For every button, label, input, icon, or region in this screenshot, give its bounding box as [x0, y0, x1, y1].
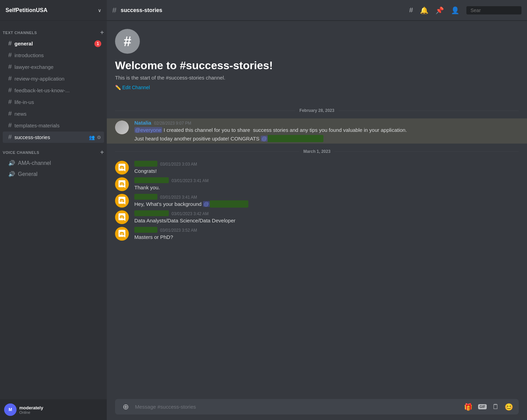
message-header-natalia: Natalia 02/28/2023 9:07 PM	[134, 120, 519, 126]
message-header-2: 03/01/2023 3:41 AM	[134, 177, 519, 183]
add-member-icon[interactable]: 👥	[89, 135, 95, 140]
sticker-icon[interactable]: 🗒	[492, 403, 499, 411]
channel-name-success-stories: success-stories	[14, 134, 89, 140]
message-content-2: 03/01/2023 3:41 AM Thank you.	[134, 177, 519, 191]
sidebar-item-voice-general[interactable]: 🔊 General	[3, 169, 104, 179]
divider-line	[115, 111, 295, 111]
date-label-feb28: February 28, 2023	[295, 108, 338, 113]
main-content: # success-stories # 🔔 📌 👤 # Welcome to #…	[107, 0, 527, 420]
sidebar-item-feedback[interactable]: # feedback-let-us-know-...	[3, 85, 104, 96]
date-label-mar1: March 1, 2023	[299, 149, 335, 154]
channel-name-review-my-application: review-my-application	[14, 76, 101, 82]
message-content-1: 03/01/2023 3:03 AM Congrats!	[134, 161, 519, 175]
channel-name-feedback: feedback-let-us-know-...	[14, 87, 101, 93]
divider-line	[115, 151, 299, 152]
message-content-5: 03/01/2023 3:52 AM Masters or PhD?	[134, 227, 519, 241]
message-content-3: 03/01/2023 3:41 AM Hey, What's your back…	[134, 194, 519, 208]
mention-everyone: @everyone	[134, 127, 162, 133]
pin-icon[interactable]: 📌	[435, 6, 444, 14]
message-text-natalia-2: Just heard today another positive update…	[134, 135, 519, 142]
message-author-4	[134, 210, 169, 216]
settings-icon[interactable]: ⚙	[97, 135, 101, 140]
sidebar-item-introductions[interactable]: # introductions	[3, 50, 104, 61]
sidebar-item-lawyer-exchange[interactable]: # lawyer-exchange	[3, 61, 104, 73]
username: moderately	[19, 405, 103, 410]
channel-name-news: news	[14, 111, 101, 117]
speaker-icon: 🔊	[8, 160, 15, 166]
message-text-1: Congrats!	[134, 167, 519, 175]
sidebar-item-ama-channel[interactable]: 🔊 AMA-channel	[3, 158, 104, 168]
hash-icon: #	[8, 110, 12, 117]
message-timestamp-3: 03/01/2023 3:41 AM	[160, 195, 197, 200]
message-content-natalia: Natalia 02/28/2023 9:07 PM @everyone I c…	[134, 120, 519, 142]
user-status: Online	[19, 410, 103, 414]
message-text-4: Data Analysts/Data Science/Data Develope…	[134, 217, 519, 224]
members-icon[interactable]: 👤	[451, 6, 459, 14]
speaker-icon: 🔊	[8, 171, 15, 177]
user-info: moderately Online	[19, 405, 103, 414]
message-group-5: 03/01/2023 3:52 AM Masters or PhD?	[107, 225, 527, 242]
divider-line	[339, 111, 519, 111]
message-timestamp-5: 03/01/2023 3:52 AM	[160, 228, 197, 233]
sidebar-item-life-in-us[interactable]: # life-in-us	[3, 96, 104, 108]
channel-item-actions: 👥 ⚙	[89, 135, 101, 140]
message-input-area: ⊕ 🎁 GIF 🗒 😊	[107, 393, 527, 420]
threads-icon[interactable]: #	[409, 6, 413, 14]
message-header-4: 03/01/2023 3:42 AM	[134, 210, 519, 216]
message-author-3	[134, 194, 157, 200]
voice-channels-label: VOICE CHANNELS	[3, 150, 39, 155]
message-header-5: 03/01/2023 3:52 AM	[134, 227, 519, 233]
message-text-2: Thank you.	[134, 184, 519, 191]
gift-icon[interactable]: 🎁	[464, 403, 473, 411]
input-icons: 🎁 GIF 🗒 😊	[464, 403, 513, 411]
add-voice-channel-icon[interactable]: +	[100, 149, 104, 156]
add-attachment-button[interactable]: ⊕	[121, 402, 131, 412]
message-group-3: 03/01/2023 3:41 AM Hey, What's your back…	[107, 192, 527, 209]
avatar-natalia	[115, 120, 129, 134]
message-text-5: Masters or PhD?	[134, 233, 519, 241]
message-author-1	[134, 161, 157, 167]
message-group-2: 03/01/2023 3:41 AM Thank you.	[107, 176, 527, 192]
hash-icon: #	[8, 75, 12, 82]
message-group-4: 03/01/2023 3:42 AM Data Analysts/Data Sc…	[107, 209, 527, 225]
sidebar-item-templates-materials[interactable]: # templates-materials	[3, 120, 104, 131]
gif-button[interactable]: GIF	[478, 404, 487, 409]
welcome-subtitle: This is the start of the #success-storie…	[115, 75, 519, 81]
message-timestamp-1: 03/01/2023 3:03 AM	[160, 162, 197, 167]
hash-icon: #	[8, 122, 12, 129]
channel-name-templates-materials: templates-materials	[14, 123, 101, 128]
emoji-icon[interactable]: 😊	[505, 403, 513, 411]
hash-icon: #	[8, 63, 12, 71]
notification-icon[interactable]: 🔔	[420, 6, 428, 14]
pencil-icon: ✏️	[115, 85, 121, 90]
message-group-1: 03/01/2023 3:03 AM Congrats!	[107, 159, 527, 176]
edit-channel-label: Edit Channel	[122, 85, 150, 90]
channel-list: TEXT CHANNELS + # general 1 # introducti…	[0, 21, 107, 399]
edit-channel-link[interactable]: ✏️ Edit Channel	[115, 85, 519, 90]
search-input[interactable]	[466, 6, 521, 14]
mention-user: @	[261, 136, 267, 141]
voice-channels-section-header[interactable]: VOICE CHANNELS +	[0, 143, 107, 157]
add-text-channel-icon[interactable]: +	[100, 29, 104, 36]
avatar: M	[4, 403, 17, 416]
sidebar-item-general[interactable]: # general 1	[3, 38, 104, 49]
voice-channel-name-general: General	[18, 171, 38, 177]
header-icons: # 🔔 📌 👤	[409, 6, 521, 14]
channel-header-name: success-stories	[121, 7, 162, 13]
sidebar-item-success-stories[interactable]: # success-stories 👥 ⚙	[3, 132, 104, 143]
avatar-user4	[115, 210, 129, 224]
chevron-down-icon: ∨	[98, 8, 101, 13]
sidebar-item-review-my-application[interactable]: # review-my-application	[3, 73, 104, 84]
avatar-user5	[115, 227, 129, 241]
text-channels-section-header[interactable]: TEXT CHANNELS +	[0, 23, 107, 38]
message-text-3: Hey, What's your background @	[134, 200, 519, 208]
message-header-1: 03/01/2023 3:03 AM	[134, 161, 519, 167]
hash-icon: #	[8, 40, 12, 47]
avatar-user1	[115, 161, 129, 175]
channel-icon: #	[115, 29, 140, 54]
server-header[interactable]: SelfPetitionUSA ∨	[0, 0, 107, 21]
message-text-natalia: @everyone I created this channel for you…	[134, 126, 519, 134]
sidebar-item-news[interactable]: # news	[3, 108, 104, 119]
message-input[interactable]	[135, 399, 460, 414]
divider-line	[334, 151, 519, 152]
